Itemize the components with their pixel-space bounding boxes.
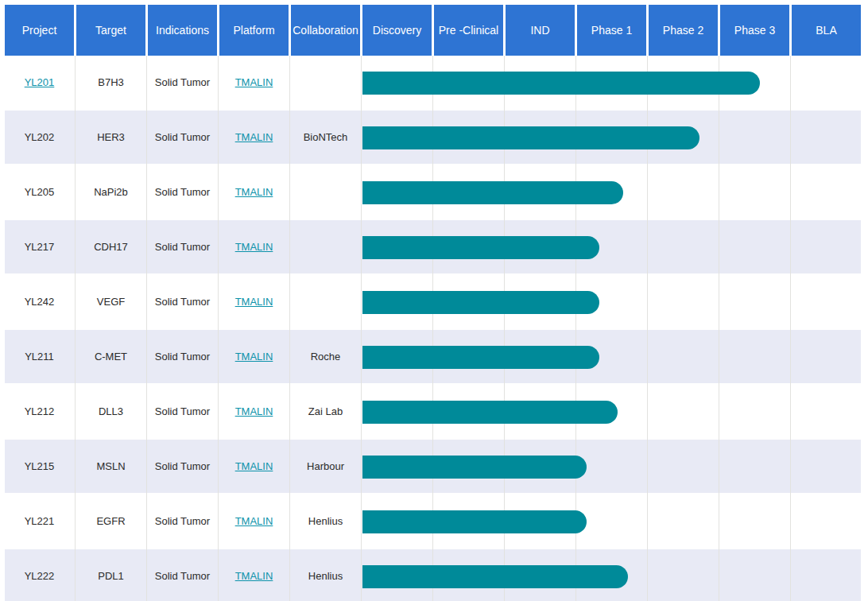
cell-target: NaPi2b	[76, 165, 145, 219]
column-header-phase-2: Phase 2	[649, 5, 718, 56]
pipeline-table: ProjectTargetIndicationsPlatformCollabor…	[5, 5, 861, 601]
cell-target: CDH17	[76, 220, 145, 273]
column-header-pre-clinical: Pre -Clinical	[434, 5, 503, 56]
cell-project: YL242	[5, 275, 74, 328]
cell-collaboration: Henlius	[291, 549, 360, 601]
cell-target: PDL1	[76, 549, 145, 601]
column-header-indications: Indications	[148, 5, 217, 56]
cell-collaboration	[291, 165, 360, 219]
column-divider	[289, 56, 290, 601]
table-header-row: ProjectTargetIndicationsPlatformCollabor…	[5, 5, 861, 56]
cell-platform: TMALIN	[219, 56, 289, 109]
cell-collaboration	[291, 220, 360, 273]
cell-project: YL221	[5, 494, 74, 548]
cell-project: YL205	[5, 165, 74, 219]
progress-bar	[362, 126, 699, 149]
cell-target: B7H3	[76, 56, 145, 109]
column-divider	[75, 56, 76, 601]
progress-bar	[362, 565, 628, 588]
cell-indications: Solid Tumor	[148, 440, 217, 493]
cell-indications: Solid Tumor	[148, 220, 217, 273]
cell-platform: TMALIN	[219, 275, 289, 328]
column-divider	[146, 56, 147, 601]
cell-project: YL201	[5, 56, 74, 109]
platform-link[interactable]: TMALIN	[235, 76, 273, 88]
cell-collaboration: Roche	[291, 330, 360, 383]
cell-target: EGFR	[76, 494, 145, 548]
progress-bar	[362, 401, 618, 424]
progress-bar	[362, 236, 599, 259]
cell-indications: Solid Tumor	[148, 111, 217, 164]
cell-project: YL215	[5, 440, 74, 493]
cell-indications: Solid Tumor	[148, 549, 217, 601]
cell-platform: TMALIN	[219, 440, 289, 493]
platform-link[interactable]: TMALIN	[235, 351, 273, 363]
column-header-discovery: Discovery	[362, 5, 432, 56]
project-link[interactable]: YL201	[25, 76, 55, 88]
cell-collaboration: BioNTech	[291, 111, 360, 164]
cell-platform: TMALIN	[219, 165, 289, 219]
platform-link[interactable]: TMALIN	[235, 460, 273, 472]
column-header-target: Target	[76, 5, 145, 56]
cell-platform: TMALIN	[219, 111, 289, 164]
column-header-collaboration: Collaboration	[291, 5, 360, 56]
cell-project: YL217	[5, 220, 74, 273]
pipeline-page: ProjectTargetIndicationsPlatformCollabor…	[0, 0, 868, 601]
cell-indications: Solid Tumor	[148, 56, 217, 109]
progress-bar	[362, 456, 587, 479]
cell-indications: Solid Tumor	[148, 494, 217, 548]
cell-collaboration: Zai Lab	[291, 385, 360, 438]
column-header-platform: Platform	[219, 5, 289, 56]
platform-link[interactable]: TMALIN	[235, 405, 273, 417]
cell-project: YL212	[5, 385, 74, 438]
progress-bar	[362, 346, 599, 369]
column-divider	[361, 56, 362, 601]
column-divider	[218, 56, 219, 601]
cell-target: VEGF	[76, 275, 145, 328]
platform-link[interactable]: TMALIN	[235, 515, 273, 527]
cell-collaboration	[291, 56, 360, 109]
column-header-ind: IND	[506, 5, 575, 56]
cell-project: YL222	[5, 549, 74, 601]
cell-project: YL202	[5, 111, 74, 164]
cell-platform: TMALIN	[219, 385, 289, 438]
platform-link[interactable]: TMALIN	[235, 186, 273, 198]
cell-target: C-MET	[76, 330, 145, 383]
progress-bar	[362, 72, 760, 95]
cell-platform: TMALIN	[219, 220, 289, 273]
platform-link[interactable]: TMALIN	[235, 241, 273, 253]
column-divider	[790, 56, 791, 601]
progress-bar	[362, 291, 599, 314]
progress-bar	[362, 510, 587, 533]
cell-collaboration: Harbour	[291, 440, 360, 493]
cell-indications: Solid Tumor	[148, 165, 217, 219]
table-body: YL201B7H3Solid TumorTMALINYL202HER3Solid…	[5, 56, 861, 601]
column-header-phase-1: Phase 1	[577, 5, 646, 56]
platform-link[interactable]: TMALIN	[235, 570, 273, 582]
cell-indications: Solid Tumor	[148, 275, 217, 328]
cell-collaboration	[291, 275, 360, 328]
column-header-phase-3: Phase 3	[720, 5, 789, 56]
cell-target: HER3	[76, 111, 145, 164]
cell-indications: Solid Tumor	[148, 385, 217, 438]
cell-collaboration: Henlius	[291, 494, 360, 548]
platform-link[interactable]: TMALIN	[235, 131, 273, 143]
cell-project: YL211	[5, 330, 74, 383]
cell-platform: TMALIN	[219, 549, 289, 601]
cell-target: MSLN	[76, 440, 145, 493]
column-divider	[719, 56, 719, 601]
cell-target: DLL3	[76, 385, 145, 438]
platform-link[interactable]: TMALIN	[235, 296, 273, 308]
progress-bar	[362, 181, 623, 204]
column-header-bla: BLA	[792, 5, 861, 56]
column-header-project: Project	[5, 5, 74, 56]
cell-platform: TMALIN	[219, 494, 289, 548]
cell-platform: TMALIN	[219, 330, 289, 383]
cell-indications: Solid Tumor	[148, 330, 217, 383]
